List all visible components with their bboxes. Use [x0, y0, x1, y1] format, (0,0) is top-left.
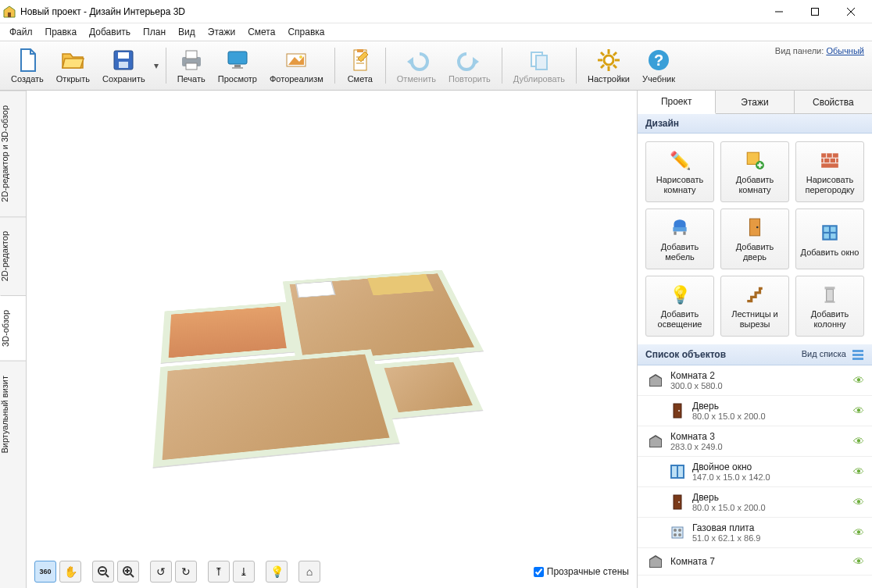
- room-icon: [647, 553, 664, 570]
- menu-view[interactable]: Вид: [172, 25, 202, 39]
- gear-icon: [596, 48, 621, 73]
- monitor-icon: [225, 48, 250, 73]
- add-furniture-button[interactable]: Добавить мебель: [645, 208, 714, 269]
- svg-rect-57: [673, 227, 686, 231]
- create-button[interactable]: Создать: [5, 43, 50, 88]
- svg-rect-58: [674, 232, 676, 235]
- minimize-button[interactable]: [761, 0, 797, 23]
- object-name: Дверь: [692, 401, 847, 412]
- photorealism-button[interactable]: Фотореализм: [263, 43, 330, 88]
- visibility-toggle[interactable]: 👁: [853, 465, 866, 478]
- svg-rect-59: [683, 232, 685, 235]
- scene-placeholder: [31, 95, 632, 557]
- visibility-toggle[interactable]: 👁: [853, 555, 866, 568]
- pan-button[interactable]: ✋: [59, 561, 81, 583]
- light-icon: 💡: [668, 283, 692, 306]
- tab-project[interactable]: Проект: [638, 91, 716, 114]
- tilt-up-button[interactable]: ⤒: [208, 561, 230, 583]
- draw-room-button[interactable]: ✏️Нарисовать комнату: [645, 141, 714, 202]
- preview-button[interactable]: Просмотр: [212, 43, 263, 88]
- object-name: Дверь: [692, 492, 847, 503]
- svg-rect-12: [228, 52, 247, 64]
- transparent-walls-checkbox[interactable]: Прозрачные стены: [534, 566, 629, 577]
- object-item[interactable]: Комната 7👁: [638, 548, 872, 576]
- furniture-icon: [668, 216, 692, 239]
- home-view-button[interactable]: ⌂: [298, 561, 320, 583]
- svg-rect-1: [8, 12, 11, 17]
- save-dropdown[interactable]: ▾: [152, 43, 161, 88]
- redo-button[interactable]: Повторить: [442, 43, 497, 88]
- zoom-in-button[interactable]: [117, 561, 139, 583]
- transparent-walls-input[interactable]: [534, 567, 544, 577]
- add-window-button[interactable]: Добавить окно: [795, 208, 864, 269]
- toolbar-separator: [385, 48, 386, 84]
- settings-button[interactable]: Настройки: [581, 43, 636, 88]
- svg-line-42: [130, 574, 134, 577]
- visibility-toggle[interactable]: 👁: [853, 404, 866, 417]
- rotate-left-button[interactable]: ↺: [150, 561, 172, 583]
- menu-add[interactable]: Добавить: [83, 25, 137, 39]
- menu-file[interactable]: Файл: [3, 25, 39, 39]
- object-item[interactable]: Комната 2300.0 x 580.0👁: [638, 365, 872, 396]
- menu-plan[interactable]: План: [137, 25, 172, 39]
- tab-3d[interactable]: 3D-обзор: [0, 295, 26, 361]
- duplicate-button[interactable]: Дублировать: [507, 43, 571, 88]
- tab-2d[interactable]: 2D-редактор: [0, 216, 26, 295]
- toggle-lights-button[interactable]: 💡: [266, 561, 288, 583]
- object-dimensions: 283.0 x 249.0: [670, 442, 847, 451]
- tutorial-button[interactable]: ? Учебник: [636, 43, 681, 88]
- tab-2d-3d[interactable]: 2D-редактор и 3D-обзор: [0, 91, 26, 216]
- visibility-toggle[interactable]: 👁: [853, 496, 866, 508]
- svg-point-74: [678, 410, 680, 412]
- list-view-toggle[interactable]: Вид списка: [802, 348, 864, 361]
- panel-mode-link[interactable]: Обычный: [826, 46, 864, 55]
- door-icon: [669, 494, 686, 511]
- object-item[interactable]: Дверь80.0 x 15.0 x 200.0👁: [638, 487, 872, 518]
- stairs-button[interactable]: Лестницы и вырезы: [720, 276, 789, 337]
- tab-virtual-visit[interactable]: Виртуальный визит: [0, 361, 26, 468]
- maximize-button[interactable]: [797, 0, 833, 23]
- svg-point-27: [604, 55, 613, 65]
- add-light-button[interactable]: 💡Добавить освещение: [645, 276, 714, 337]
- add-column-button[interactable]: Добавить колонну: [795, 276, 864, 337]
- list-view-icon: [852, 348, 864, 361]
- close-button[interactable]: [833, 0, 869, 23]
- menu-estimate[interactable]: Смета: [241, 25, 281, 39]
- door-icon: [669, 402, 686, 419]
- svg-rect-81: [672, 527, 683, 538]
- svg-point-17: [299, 55, 302, 59]
- print-button[interactable]: Печать: [171, 43, 212, 88]
- svg-line-34: [613, 52, 616, 55]
- object-item[interactable]: Газовая плита51.0 x 62.1 x 86.9👁: [638, 518, 872, 548]
- svg-rect-8: [119, 62, 128, 68]
- object-item[interactable]: Двойное окно147.0 x 15.0 x 142.0👁: [638, 457, 872, 487]
- svg-rect-66: [825, 287, 835, 290]
- object-list[interactable]: Комната 2300.0 x 580.0👁Дверь80.0 x 15.0 …: [638, 365, 872, 588]
- svg-text:?: ?: [654, 52, 663, 69]
- add-door-button[interactable]: Добавить дверь: [720, 208, 789, 269]
- room-icon: [647, 433, 664, 450]
- svg-rect-67: [825, 301, 835, 303]
- menu-edit[interactable]: Правка: [39, 25, 84, 39]
- view-360-button[interactable]: 360: [34, 561, 56, 583]
- draw-partition-button[interactable]: Нарисовать перегородку: [795, 141, 864, 202]
- open-button[interactable]: Открыть: [50, 43, 96, 88]
- main-toolbar: Создать Открыть Сохранить ▾ Печать Просм…: [0, 41, 872, 91]
- tab-floors[interactable]: Этажи: [716, 91, 794, 113]
- save-button[interactable]: Сохранить: [96, 43, 152, 88]
- estimate-button[interactable]: Смета: [340, 43, 381, 88]
- rotate-right-button[interactable]: ↻: [175, 561, 197, 583]
- menu-help[interactable]: Справка: [281, 25, 331, 39]
- viewport-3d[interactable]: 360 ✋ ↺ ↻ ⤒ ⤓ 💡 ⌂ Прозрачные стены: [27, 91, 638, 588]
- menu-floors[interactable]: Этажи: [202, 25, 241, 39]
- add-room-button[interactable]: Добавить комнату: [720, 141, 789, 202]
- visibility-toggle[interactable]: 👁: [853, 435, 866, 447]
- visibility-toggle[interactable]: 👁: [853, 374, 866, 387]
- object-item[interactable]: Дверь80.0 x 15.0 x 200.0👁: [638, 396, 872, 426]
- undo-button[interactable]: Отменить: [391, 43, 442, 88]
- tab-properties[interactable]: Свойства: [795, 91, 872, 113]
- tilt-down-button[interactable]: ⤓: [233, 561, 255, 583]
- object-item[interactable]: Комната 3283.0 x 249.0👁: [638, 426, 872, 457]
- visibility-toggle[interactable]: 👁: [853, 526, 866, 539]
- zoom-out-button[interactable]: [92, 561, 114, 583]
